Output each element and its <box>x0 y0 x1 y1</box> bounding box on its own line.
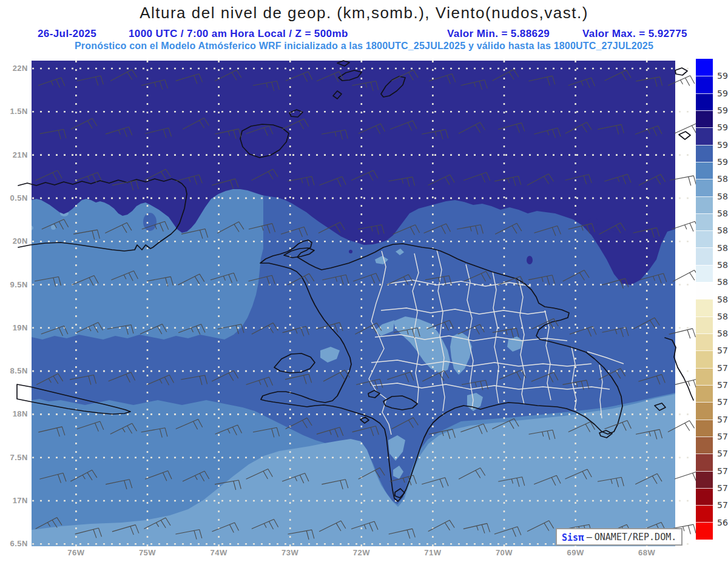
y-tick-label: 19N <box>1 323 28 332</box>
colorbar-segment <box>696 93 713 110</box>
coast-turks-ne-2 <box>679 132 690 139</box>
colorbar-segment <box>696 350 713 367</box>
colorbar-label: 5930 <box>717 105 728 115</box>
y-tick-label: 7.5N <box>1 453 28 462</box>
colorbar-segment <box>696 247 713 264</box>
colorbar-label: 5940 <box>717 89 728 98</box>
colorbar <box>696 59 713 540</box>
y-tick-label: 21N <box>1 150 28 159</box>
colorbar-segment <box>696 145 713 162</box>
colorbar-label: 5880 <box>717 192 728 201</box>
colorbar-segment <box>696 471 713 488</box>
colorbar-segment <box>696 505 713 522</box>
colorbar-segment <box>696 59 713 76</box>
x-tick-label: 69W <box>558 548 594 557</box>
x-tick-label: 70W <box>486 548 522 557</box>
colorbar-segment <box>696 265 713 282</box>
coast-turks-ne-1 <box>675 68 687 75</box>
colorbar-label: 5790 <box>717 346 728 355</box>
x-tick-label: 74W <box>201 548 237 557</box>
colorbar-label: 5730 <box>717 449 728 458</box>
colorbar-label: 5740 <box>717 432 728 441</box>
y-tick-label: 8.5N <box>1 366 28 375</box>
colorbar-label: 5890 <box>717 174 728 184</box>
colorbar-segment <box>696 333 713 350</box>
colorbar-label: 5810 <box>717 312 728 321</box>
x-tick-label: 72W <box>343 548 380 557</box>
colorbar-label: 5950 <box>717 71 728 81</box>
colorbar-label: 5770 <box>717 380 728 390</box>
y-tick-label: 20N <box>1 236 28 246</box>
weather-map <box>0 0 728 562</box>
y-tick-label: 17N <box>1 496 28 505</box>
x-tick-label: 71W <box>414 548 451 557</box>
colorbar-segment <box>696 453 713 470</box>
colorbar-label: 5720 <box>717 466 728 476</box>
credit-sis: Sis <box>562 532 578 543</box>
y-tick-label: 9.5N <box>1 280 28 289</box>
y-tick-label: 6.5N <box>1 539 28 548</box>
colorbar-label: 5820 <box>717 295 728 304</box>
credit-badge: Sisπ – ONAMET/REP.DOM. <box>556 528 682 546</box>
x-tick-label: 73W <box>272 548 308 557</box>
colorbar-label: 5710 <box>717 483 728 493</box>
colorbar-segment <box>696 437 713 453</box>
colorbar-label: 5690 <box>717 518 728 527</box>
credit-dash: – <box>587 532 592 543</box>
colorbar-segment <box>696 213 713 230</box>
x-tick-label: 68W <box>629 548 665 557</box>
colorbar-segment <box>696 385 713 402</box>
y-tick-label: 18N <box>1 409 28 418</box>
y-tick-label: 22N <box>1 64 28 73</box>
y-tick-label: 0.5N <box>1 193 28 202</box>
colorbar-segment <box>696 299 713 316</box>
colorbar-label: 5920 <box>717 122 728 132</box>
colorbar-label: 5900 <box>717 157 728 167</box>
colorbar-label: 5780 <box>717 363 728 373</box>
x-tick-label: 75W <box>129 548 166 557</box>
wind-barb <box>672 221 699 232</box>
colorbar-segment <box>696 402 713 419</box>
credit-org: ONAMET/REP.DOM. <box>595 532 676 543</box>
colorbar-segment <box>696 110 713 127</box>
colorbar-segment <box>696 127 713 144</box>
colorbar-label: 5750 <box>717 415 728 424</box>
colorbar-label: 5870 <box>717 209 728 218</box>
colorbar-segment <box>696 368 713 385</box>
colorbar-segment <box>696 76 713 93</box>
colorbar-label: 5860 <box>717 226 728 235</box>
colorbar-segment <box>696 282 713 299</box>
colorbar-segment <box>696 162 713 179</box>
colorbar-segment <box>696 196 713 213</box>
colorbar-segment <box>696 230 713 247</box>
colorbar-segment <box>696 179 713 196</box>
colorbar-label: 5760 <box>717 397 728 407</box>
colorbar-label: 5840 <box>717 260 728 270</box>
colorbar-segment <box>696 316 713 333</box>
credit-pi-icon: π <box>578 532 584 543</box>
y-tick-label: 1.5N <box>1 107 28 116</box>
colorbar-segment <box>696 420 713 437</box>
colorbar-label: 5850 <box>717 243 728 253</box>
colorbar-segment <box>696 488 713 505</box>
colorbar-label: 5800 <box>717 329 728 338</box>
colorbar-label: 5830 <box>717 277 728 287</box>
x-tick-label: 76W <box>58 548 94 557</box>
colorbar-label: 5910 <box>717 140 728 150</box>
colorbar-label: 5700 <box>717 500 728 510</box>
colorbar-segment <box>696 522 713 539</box>
